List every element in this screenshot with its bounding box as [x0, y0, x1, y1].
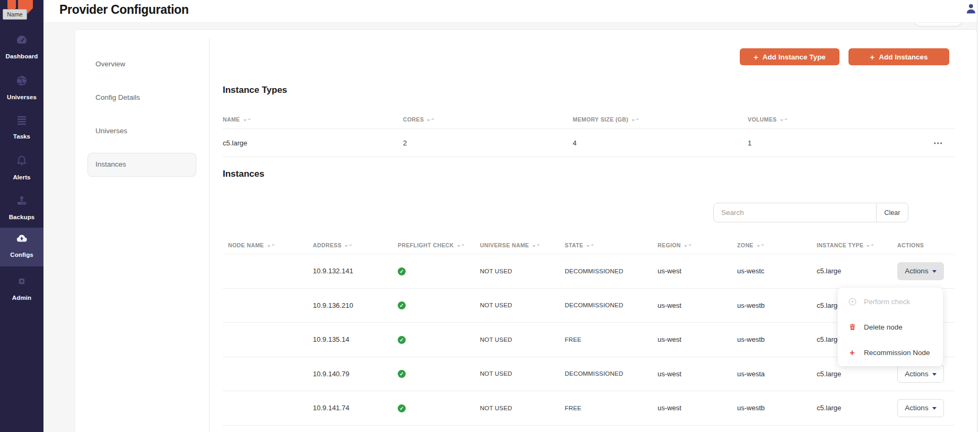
globe-icon [15, 74, 28, 87]
instance-row: 10.9.132.141 NOT USED DECOMMISSIONED us-… [223, 254, 955, 289]
sidebar-item-configs[interactable]: Configs [0, 228, 43, 266]
cell-universe: NOT USED [475, 268, 559, 274]
sidebar-item-universes[interactable]: Universes [0, 70, 43, 109]
cell-address: 10.9.140.79 [308, 370, 392, 378]
plus-icon: + [870, 53, 874, 61]
add-instances-label: Add Instances [879, 53, 928, 61]
cell-zone: us-westc [732, 267, 811, 275]
instances-title: Instances [223, 169, 264, 179]
instances-header-row: NODE NAME ADDRESS PREFLIGHT CHECK UNIVER… [223, 237, 955, 254]
cell-region: us-west [652, 370, 732, 378]
user-profile-icon[interactable] [965, 3, 977, 14]
cell-preflight [392, 369, 475, 378]
actions-dropdown-button[interactable]: Actions [897, 399, 944, 417]
cell-state: DECOMMISSIONED [559, 268, 652, 274]
subnav-item-instances[interactable]: Instances [95, 160, 191, 171]
subnav-item-universes[interactable]: Universes [95, 127, 191, 137]
row-overflow-menu-icon[interactable]: ⋯ [933, 137, 958, 149]
cell-zone: us-westb [732, 335, 811, 343]
sort-icon [780, 118, 788, 122]
column-header-instance-type[interactable]: INSTANCE TYPE [811, 242, 892, 248]
cell-region: us-west [652, 301, 732, 309]
column-header-volumes[interactable]: VOLUMES [748, 116, 933, 123]
sort-icon [867, 244, 874, 247]
cell-instance-type: c5.large [811, 404, 892, 412]
add-instance-type-label: Add Instance Type [763, 53, 826, 61]
column-header-cores[interactable]: CORES [403, 116, 573, 123]
subnav-item-overview[interactable]: Overview [95, 60, 191, 71]
right-gap [977, 0, 980, 432]
cell-preflight [392, 335, 475, 344]
sort-icon [427, 118, 434, 122]
plus-icon: + [847, 348, 857, 357]
clear-search-button[interactable]: Clear [876, 203, 908, 222]
cell-universe: NOT USED [475, 336, 559, 343]
menu-item-delete-node[interactable]: Delete node [838, 314, 943, 340]
sidebar-item-alerts[interactable]: Alerts [0, 150, 43, 189]
column-header-name[interactable]: NAME [223, 116, 403, 123]
cell-address: 10.9.132.141 [308, 267, 392, 275]
sidebar-item-dashboard[interactable]: Dashboard [0, 29, 43, 68]
cell-state: DECOMMISSIONED [559, 370, 652, 377]
cell-preflight [392, 267, 475, 275]
column-header-zone[interactable]: ZONE [732, 242, 811, 248]
cell-volumes: 1 [748, 139, 933, 147]
sidebar-item-backups[interactable]: Backups [0, 190, 43, 229]
check-circle-icon [398, 301, 406, 309]
actions-dropdown-button[interactable]: Actions [897, 365, 944, 383]
subnav-item-config-details[interactable]: Config Details [95, 93, 191, 104]
list-icon [15, 114, 28, 126]
column-header-memory[interactable]: MEMORY SIZE (GB) [573, 116, 748, 123]
cell-region: us-west [652, 404, 732, 412]
cell-universe: NOT USED [475, 302, 559, 308]
column-header-address[interactable]: ADDRESS [308, 242, 392, 248]
menu-item-recommission-node[interactable]: + Recommission Node [838, 340, 943, 365]
cell-preflight [392, 404, 475, 412]
actions-dropdown-menu: Perform check Delete node + Recommission… [838, 288, 943, 366]
add-instance-type-button[interactable]: + Add Instance Type [740, 48, 839, 65]
cell-state: DECOMMISSIONED [559, 302, 652, 308]
sidebar: Name Dashboard Universes Tasks Alerts [0, 0, 43, 432]
gear-icon [15, 275, 28, 288]
instance-type-row: c5.large 2 4 1 ⋯ [223, 129, 955, 157]
sort-icon [757, 244, 764, 247]
plus-icon: + [754, 53, 758, 61]
logo-tooltip: Name [3, 9, 27, 20]
add-instances-button[interactable]: + Add Instances [848, 48, 949, 65]
column-header-node-name[interactable]: NODE NAME [223, 242, 308, 248]
actions-dropdown-button[interactable]: Actions [897, 262, 944, 280]
column-header-state[interactable]: STATE [559, 242, 652, 248]
cell-instance-type: c5.large [811, 267, 892, 275]
cell-state: FREE [559, 405, 652, 411]
column-header-actions: ACTIONS [892, 242, 955, 248]
sidebar-item-tasks[interactable]: Tasks [0, 109, 43, 148]
column-header-preflight[interactable]: PREFLIGHT CHECK [392, 242, 475, 248]
cell-universe: NOT USED [475, 405, 559, 411]
cell-zone: us-westa [732, 370, 811, 378]
instance-row: 10.9.141.74 NOT USED FREE us-west us-wes… [223, 391, 955, 426]
cell-instance-type: c5.large [811, 370, 892, 378]
cell-preflight [392, 301, 475, 309]
sort-icon [457, 244, 465, 247]
instance-types-header-row: NAME CORES MEMORY SIZE (GB) VOLUMES [223, 110, 955, 129]
sort-icon [632, 118, 639, 122]
cloud-upload-icon [15, 232, 28, 245]
cell-address: 10.9.141.74 [308, 404, 392, 412]
gauge-icon [15, 33, 28, 46]
column-header-universe[interactable]: UNIVERSE NAME [475, 242, 559, 248]
check-circle-icon [398, 370, 406, 378]
cell-zone: us-westb [732, 301, 811, 309]
cell-memory: 4 [573, 139, 748, 147]
menu-item-perform-check[interactable]: Perform check [838, 289, 943, 314]
column-header-region[interactable]: REGION [652, 242, 732, 248]
sort-icon [532, 244, 540, 247]
search-input[interactable] [713, 203, 877, 222]
sort-icon [267, 244, 275, 247]
check-circle-icon [398, 404, 406, 412]
cell-name: c5.large [223, 139, 403, 147]
sort-icon [587, 244, 594, 247]
page-title: Provider Configuration [59, 0, 189, 21]
trash-icon [847, 322, 857, 332]
sidebar-item-admin[interactable]: Admin [0, 271, 43, 309]
instance-types-table: NAME CORES MEMORY SIZE (GB) VOLUMES c5.l… [223, 110, 955, 157]
